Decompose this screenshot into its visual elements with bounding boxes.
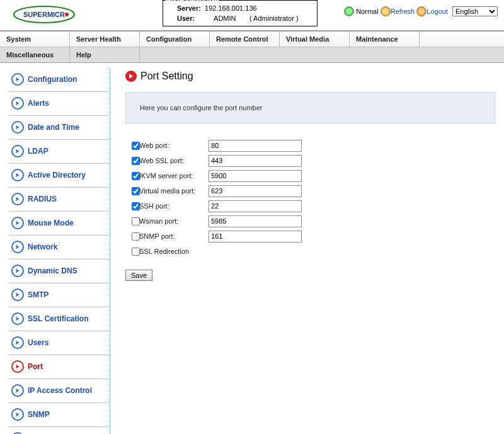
virtual-media-port-label: Virtual media port:: [139, 187, 209, 195]
page-title: Port Setting: [140, 71, 193, 82]
server-value: 192.168.001.136: [205, 4, 257, 12]
field-row-web-port: Web port:: [129, 139, 495, 152]
svg-text:SUPERMICR: SUPERMICR: [23, 11, 65, 18]
arrow-right-icon: [11, 384, 24, 397]
sidebar-item-date-and-time[interactable]: Date and Time: [9, 115, 110, 139]
field-row-virtual-media-port: Virtual media port:: [129, 184, 495, 198]
ikvm-server-port-label: IKVM server port:: [139, 172, 209, 180]
field-row-ikvm-server-port: IKVM server port:: [129, 169, 495, 183]
ikvm-server-port-input[interactable]: [209, 170, 302, 182]
arrow-right-icon: [11, 265, 24, 277]
title-arrow-icon: [125, 71, 137, 82]
sidebar: ConfigurationAlertsDate and TimeLDAPActi…: [9, 68, 110, 434]
status-ok-icon: [344, 6, 354, 16]
main-panel: Port Setting Here you can configure the …: [110, 68, 495, 434]
field-row-snmp-port: SNMP port:: [129, 229, 495, 243]
arrow-right-icon: [11, 312, 24, 325]
sidebar-item-label: Port: [28, 362, 43, 371]
sidebar-item-label: Mouse Mode: [28, 219, 74, 227]
arrow-right-icon: [11, 97, 24, 110]
virtual-media-port-input[interactable]: [209, 185, 302, 197]
sidebar-item-label: IP Access Control: [28, 386, 92, 395]
menu-system[interactable]: System: [0, 31, 70, 47]
supermicro-logo: SUPERMICR: [13, 5, 76, 26]
arrow-right-icon: [11, 336, 24, 349]
menu-remote-control[interactable]: Remote Control: [210, 31, 280, 47]
arrow-right-icon: [11, 73, 24, 86]
sidebar-item-snmp[interactable]: SNMP: [9, 403, 110, 426]
sidebar-item-configuration[interactable]: Configuration: [9, 68, 110, 91]
sidebar-item-mouse-mode[interactable]: Mouse Mode: [9, 211, 110, 235]
refresh-link[interactable]: Refresh: [391, 8, 415, 15]
sidebar-item-network[interactable]: Network: [9, 235, 110, 259]
sidebar-item-label: Users: [28, 338, 49, 347]
port-form: Web port:Web SSL port:IKVM server port:V…: [129, 139, 495, 258]
sidebar-item-label: Alerts: [28, 99, 49, 108]
sidebar-item-ldap[interactable]: LDAP: [9, 139, 110, 163]
sidebar-item-label: LDAP: [28, 147, 49, 156]
refresh-icon: [381, 6, 391, 16]
page-title-row: Port Setting: [125, 71, 495, 82]
sidebar-item-label: Network: [28, 243, 57, 251]
content-area: ConfigurationAlertsDate and TimeLDAPActi…: [0, 63, 504, 434]
sidebar-item-port[interactable]: Port: [9, 355, 110, 379]
info-box: Here you can configure the port number: [125, 92, 495, 123]
field-row-ssh-port: SSH port:: [129, 199, 495, 213]
arrow-right-icon: [11, 121, 24, 134]
save-button[interactable]: Save: [125, 270, 152, 281]
language-select-wrap: English: [452, 6, 498, 16]
web-ssl-port-label: Web SSL port:: [139, 157, 209, 164]
sidebar-item-label: RADIUS: [28, 195, 57, 203]
sidebar-item-label: Date and Time: [28, 123, 79, 132]
menu-virtual-media[interactable]: Virtual Media: [280, 31, 350, 47]
menu-maintenance[interactable]: Maintenance: [350, 31, 420, 47]
host-identification-box: Host Identification Server: 192.168.001.…: [163, 0, 318, 26]
sidebar-item-label: SNMP: [28, 410, 50, 419]
menu-help[interactable]: Help: [70, 47, 140, 62]
snmp-port-label: SNMP port:: [139, 232, 209, 240]
top-bar: SUPERMICR Host Identification Server: 19…: [0, 0, 504, 31]
web-port-input[interactable]: [209, 140, 302, 152]
field-row-web-ssl-port: Web SSL port:: [129, 154, 495, 168]
sidebar-item-label: Configuration: [28, 75, 77, 84]
sidebar-item-fan-mode[interactable]: Fan Mode: [9, 426, 110, 434]
sidebar-item-dynamic-dns[interactable]: Dynamic DNS: [9, 259, 110, 283]
server-label: Server:: [177, 4, 201, 12]
web-port-label: Web port:: [139, 142, 209, 149]
menu-configuration[interactable]: Configuration: [140, 31, 210, 47]
sidebar-item-radius[interactable]: RADIUS: [9, 187, 110, 211]
arrow-right-icon: [11, 169, 24, 181]
language-select[interactable]: English: [452, 6, 498, 16]
arrow-right-icon: [11, 360, 24, 373]
wsman-port-input[interactable]: [209, 215, 302, 227]
logout-icon: [416, 6, 427, 16]
sidebar-item-smtp[interactable]: SMTP: [9, 283, 110, 307]
field-row-wsman-port: Wsman port:: [129, 214, 495, 228]
sidebar-item-label: SSL Certification: [28, 314, 88, 323]
wsman-port-label: Wsman port:: [139, 217, 209, 225]
top-right-links: Normal Refresh Logout English: [344, 6, 498, 16]
snmp-port-input[interactable]: [209, 231, 302, 243]
user-value: ADMIN: [214, 14, 236, 22]
arrow-right-icon: [11, 288, 24, 301]
status-normal: Normal: [356, 8, 378, 15]
logout-link[interactable]: Logout: [427, 8, 448, 15]
sidebar-item-ssl-certification[interactable]: SSL Certification: [9, 307, 110, 331]
arrow-right-icon: [11, 145, 24, 157]
user-role: ( Administrator ): [249, 14, 299, 22]
arrow-right-icon: [11, 241, 24, 253]
sidebar-item-alerts[interactable]: Alerts: [9, 91, 110, 115]
menu-miscellaneous[interactable]: Miscellaneous: [0, 47, 70, 62]
menu-server-health[interactable]: Server Health: [70, 31, 140, 47]
arrow-right-icon: [11, 217, 24, 229]
ssh-port-input[interactable]: [209, 200, 302, 212]
sidebar-item-label: Dynamic DNS: [28, 266, 77, 275]
svg-point-2: [65, 13, 69, 16]
sidebar-item-label: SMTP: [28, 290, 49, 299]
arrow-right-icon: [11, 193, 24, 205]
ssl-redirection-label: SSL Redirection: [139, 248, 209, 255]
sidebar-item-ip-access-control[interactable]: IP Access Control: [9, 379, 110, 403]
sidebar-item-active-directory[interactable]: Active Directory: [9, 163, 110, 187]
sidebar-item-users[interactable]: Users: [9, 331, 110, 355]
web-ssl-port-input[interactable]: [209, 155, 302, 167]
